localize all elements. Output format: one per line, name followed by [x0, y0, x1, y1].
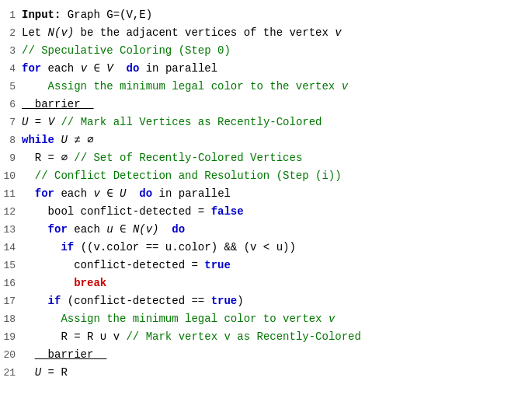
- line-number: 1: [0, 9, 22, 21]
- line-number: 2: [0, 27, 22, 39]
- code-segment: [22, 366, 35, 379]
- line-number: 20: [0, 349, 22, 361]
- line-content: while U ≠ ∅: [22, 132, 532, 149]
- code-segment: each: [68, 223, 106, 236]
- code-segment: [22, 187, 35, 200]
- line-content: bool conflict-detected = false: [22, 204, 532, 220]
- code-line: 10 // Conflict Detection and Resolution …: [0, 167, 532, 185]
- code-segment: v: [81, 62, 87, 75]
- line-content: Assign the minimum legal color to vertex…: [22, 311, 532, 327]
- code-segment: V: [106, 62, 113, 75]
- code-segment: in parallel: [139, 62, 217, 75]
- code-segment: [127, 187, 140, 200]
- code-segment: R = ∅: [22, 152, 74, 164]
- code-segment: [113, 62, 127, 75]
- code-segment: v: [335, 26, 341, 39]
- code-segment: be the adjacent vertices of the vertex: [74, 26, 335, 39]
- code-line: 14 if ((v.color == u.color) && (v < u)): [0, 239, 532, 257]
- line-number: 14: [0, 242, 22, 253]
- line-content: break: [22, 275, 532, 292]
- line-number: 5: [0, 81, 22, 93]
- code-line: 12 bool conflict-detected = false: [0, 203, 532, 221]
- line-number: 13: [0, 224, 22, 236]
- code-segment: in parallel: [152, 187, 231, 200]
- line-number: 11: [0, 188, 22, 200]
- line-content: U = V // Mark all Vertices as Recently-C…: [22, 114, 532, 131]
- code-segment: Input:: [22, 9, 61, 21]
- code-line: 21 U = R: [0, 364, 532, 382]
- code-segment: for: [48, 223, 68, 236]
- code-line: 1Input: Graph G=(V,E): [0, 6, 532, 24]
- code-line: 4for each v ∈ V do in parallel: [0, 60, 532, 78]
- code-segment: // Mark vertex v as Recently-Colored: [126, 330, 360, 343]
- code-line: 6__barrier__: [0, 96, 532, 114]
- line-content: U = R: [22, 365, 532, 381]
- code-segment: each: [54, 187, 93, 200]
- line-content: Input: Graph G=(V,E): [22, 7, 532, 23]
- code-segment: conflict-detected =: [22, 259, 204, 271]
- code-segment: N(v): [48, 26, 75, 39]
- line-number: 21: [0, 367, 22, 379]
- line-content: // Conflict Detection and Resolution (St…: [22, 168, 532, 184]
- line-content: Assign the minimum legal color to the ve…: [22, 79, 532, 95]
- code-segment: U: [35, 366, 41, 379]
- code-segment: Graph G=(V,E): [61, 9, 152, 21]
- code-segment: [159, 223, 172, 236]
- code-segment: if: [61, 241, 74, 253]
- line-number: 9: [0, 152, 22, 164]
- code-segment: Assign the minimum legal color to vertex: [22, 313, 329, 325]
- line-content: if (conflict-detected == true): [22, 293, 532, 309]
- code-segment: do: [139, 187, 152, 200]
- line-content: __barrier__: [22, 347, 532, 363]
- code-segment: v: [342, 80, 348, 93]
- line-number: 19: [0, 331, 22, 343]
- code-line: 13 for each u ∈ N(v) do: [0, 221, 532, 239]
- line-content: R = ∅ // Set of Recently-Colored Vertice…: [22, 150, 532, 166]
- code-segment: v: [93, 187, 99, 200]
- code-segment: for: [35, 187, 54, 200]
- line-number: 15: [0, 260, 22, 271]
- code-segment: ): [237, 295, 243, 307]
- line-content: R = R ∪ v // Mark vertex v as Recently-C…: [22, 329, 532, 345]
- code-segment: V: [48, 116, 54, 128]
- line-number: 8: [0, 135, 22, 146]
- code-segment: U: [120, 187, 126, 200]
- code-segment: for: [22, 62, 41, 75]
- code-line: 15 conflict-detected = true: [0, 257, 532, 274]
- line-content: for each v ∈ V do in parallel: [22, 61, 532, 77]
- code-segment: true: [211, 295, 238, 307]
- line-number: 12: [0, 206, 22, 218]
- line-number: 16: [0, 278, 22, 289]
- code-segment: [22, 295, 48, 307]
- code-segment: [22, 223, 48, 236]
- code-segment: [22, 348, 35, 361]
- code-segment: = R: [41, 366, 68, 379]
- code-segment: v: [329, 313, 335, 325]
- line-content: Let N(v) be the adjacent vertices of the…: [22, 25, 532, 41]
- code-line: 8while U ≠ ∅: [0, 131, 532, 149]
- code-segment: ((v.color == u.color) && (v < u)): [74, 241, 296, 253]
- code-line: 11 for each v ∈ U do in parallel: [0, 185, 532, 203]
- code-segment: __barrier__: [35, 348, 106, 361]
- line-number: 18: [0, 313, 22, 325]
- code-line: 19 R = R ∪ v // Mark vertex v as Recentl…: [0, 328, 532, 346]
- code-segment: U: [61, 134, 67, 146]
- code-segment: ∈: [100, 187, 120, 200]
- code-segment: [22, 277, 74, 289]
- code-line: 16 break: [0, 274, 532, 292]
- line-number: 7: [0, 117, 22, 128]
- code-segment: __barrier__: [22, 98, 93, 110]
- code-segment: ∈: [113, 223, 133, 236]
- code-line: 3// Speculative Coloring (Step 0): [0, 42, 532, 60]
- code-line: 17 if (conflict-detected == true): [0, 292, 532, 310]
- code-segment: Let: [22, 26, 48, 39]
- line-content: for each v ∈ U do in parallel: [22, 186, 532, 202]
- line-content: // Speculative Coloring (Step 0): [22, 43, 532, 59]
- code-segment: false: [211, 205, 244, 218]
- code-segment: u: [106, 223, 113, 236]
- code-segment: do: [127, 62, 140, 75]
- code-segment: break: [74, 277, 106, 289]
- line-number: 17: [0, 295, 22, 307]
- code-line: 9 R = ∅ // Set of Recently-Colored Verti…: [0, 149, 532, 167]
- code-line: 2Let N(v) be the adjacent vertices of th…: [0, 24, 532, 42]
